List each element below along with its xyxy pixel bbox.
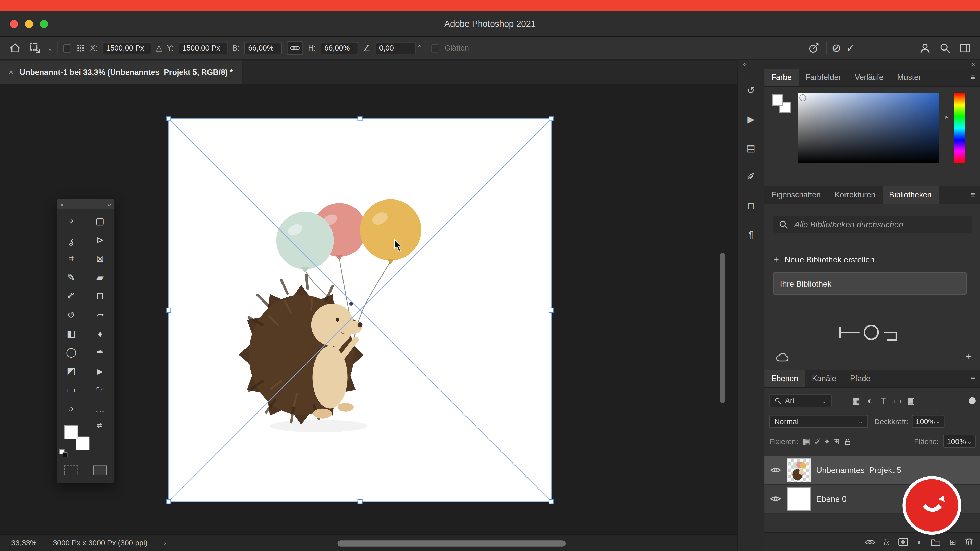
quick-mask-icon[interactable] [64, 465, 78, 475]
layer-thumbnail[interactable] [787, 487, 811, 511]
tab-eigenschaften[interactable]: Eigenschaften [764, 186, 828, 204]
library-search-input[interactable] [793, 219, 966, 230]
saturation-brightness-field[interactable] [798, 93, 939, 163]
hue-slider[interactable] [954, 93, 965, 163]
filter-type-icon[interactable]: T [878, 395, 889, 405]
zoom-tool[interactable]: ⌕ [57, 399, 86, 418]
hand-tool[interactable]: ☞ [86, 380, 115, 399]
brush-settings-icon[interactable]: ✐ [743, 168, 759, 185]
horizontal-scrollbar[interactable] [337, 540, 566, 546]
brush-tool[interactable]: ✐ [57, 287, 86, 305]
transform-tool-icon[interactable] [27, 41, 43, 56]
filter-toggle[interactable] [969, 397, 976, 404]
tool-preset-chevron-icon[interactable]: ⌄ [48, 44, 53, 52]
filter-smart-icon[interactable]: ▣ [906, 395, 917, 405]
tab-verlaeufe[interactable]: Verläufe [848, 68, 890, 86]
library-search-field[interactable] [773, 216, 972, 233]
opacity-select[interactable]: 100% ⌄ [912, 415, 944, 428]
lock-artboard-icon[interactable]: ⊞ [833, 437, 840, 446]
filter-pixel-icon[interactable]: ▦ [851, 395, 862, 405]
clone-source-icon[interactable]: ⊓ [743, 197, 759, 214]
paint-bucket-tool[interactable]: ◩ [57, 362, 86, 380]
blur-tool[interactable]: ♦ [86, 324, 115, 343]
panel-menu-icon[interactable]: ≡ [965, 68, 980, 86]
tool-panel-collapse-icon[interactable]: « [108, 201, 111, 208]
screen-mode-icon[interactable] [93, 465, 107, 475]
tab-farbfelder[interactable]: Farbfelder [799, 68, 848, 86]
move-tool[interactable]: ⌖ [57, 212, 86, 230]
swap-colors-icon[interactable]: ⇄ [97, 422, 102, 429]
expand-panels-icon[interactable]: » [972, 60, 976, 68]
collapse-panels-icon[interactable]: « [743, 60, 747, 68]
color-field-marker[interactable] [799, 94, 806, 101]
layer-thumbnail[interactable] [787, 458, 811, 482]
create-library-button[interactable]: + Neue Bibliothek erstellen [773, 254, 874, 265]
link-layers-icon[interactable] [865, 538, 875, 546]
eye-icon[interactable] [770, 495, 781, 503]
tab-close-icon[interactable]: × [9, 67, 14, 77]
y-input[interactable] [179, 42, 228, 54]
lasso-tool[interactable]: ʓ [57, 230, 86, 249]
new-group-icon[interactable] [931, 538, 941, 546]
tab-pfade[interactable]: Pfade [843, 370, 877, 387]
commit-transform-icon[interactable]: ✓ [846, 43, 855, 54]
fill-select[interactable]: 100% ⌄ [943, 435, 976, 448]
actions-icon[interactable]: ▶ [743, 111, 759, 127]
tab-muster[interactable]: Muster [891, 68, 928, 86]
layer-effects-icon[interactable]: fx [884, 537, 890, 546]
pen-tool[interactable]: ✒ [86, 343, 115, 362]
tab-ebenen[interactable]: Ebenen [764, 370, 805, 387]
panel-menu-icon[interactable]: ≡ [965, 370, 980, 387]
path-select-tool[interactable]: ► [86, 362, 115, 380]
layer-name[interactable]: Ebene 0 [816, 494, 846, 503]
eye-icon[interactable] [770, 466, 781, 474]
history-brush-tool[interactable]: ↺ [57, 306, 86, 324]
layer-row[interactable]: Unbenanntes_Projekt 5 [764, 456, 980, 485]
reference-point-grid-icon[interactable] [76, 44, 85, 52]
frame-tool[interactable]: ⊠ [86, 249, 115, 268]
lock-all-icon[interactable] [844, 437, 851, 446]
home-icon[interactable] [7, 41, 22, 56]
delete-layer-icon[interactable] [965, 537, 973, 546]
add-to-library-icon[interactable]: + [966, 351, 972, 364]
angle-input[interactable] [375, 42, 415, 54]
smooth-checkbox[interactable] [431, 44, 440, 52]
workspace-switcher-icon[interactable] [958, 41, 973, 56]
vertical-scrollbar[interactable] [720, 253, 725, 403]
link-dimensions-icon[interactable] [287, 41, 303, 55]
dodge-tool[interactable]: ◯ [57, 343, 86, 362]
healing-tool[interactable]: ▰ [86, 268, 115, 287]
eyedropper-tool[interactable]: ✎ [57, 268, 86, 287]
delta-icon[interactable]: △ [156, 44, 162, 52]
add-mask-icon[interactable] [898, 538, 908, 546]
tab-farbe[interactable]: Farbe [764, 68, 799, 86]
lock-transparency-icon[interactable]: ▦ [803, 437, 810, 446]
layer-name[interactable]: Unbenanntes_Projekt 5 [816, 465, 901, 475]
tab-bibliotheken[interactable]: Bibliotheken [882, 186, 939, 204]
tool-panel-close-icon[interactable]: × [60, 201, 64, 208]
paragraph-icon[interactable]: ¶ [743, 226, 759, 243]
pen-pressure-icon[interactable] [806, 41, 821, 56]
tool-panel-header[interactable]: × « [57, 199, 115, 209]
tab-korrekturen[interactable]: Korrekturen [828, 186, 882, 204]
adjustment-layer-icon[interactable]: ◐ [917, 537, 922, 547]
library-name-input[interactable] [773, 272, 967, 295]
gradient-tool[interactable]: ◧ [57, 324, 86, 343]
styles-icon[interactable]: ▤ [743, 140, 759, 156]
search-icon[interactable] [937, 41, 953, 56]
object-selection-tool[interactable]: ⊳ [86, 230, 115, 249]
tab-kanaele[interactable]: Kanäle [805, 370, 843, 387]
default-colors-icon[interactable] [62, 452, 68, 457]
blend-mode-select[interactable]: Normal ⌄ [770, 415, 868, 428]
cancel-transform-icon[interactable]: ⊘ [832, 43, 841, 54]
clone-stamp-tool[interactable]: ⊓ [86, 287, 115, 305]
lock-paint-icon[interactable]: ✐ [814, 437, 821, 446]
width-input[interactable] [245, 42, 282, 54]
crop-tool[interactable]: ⌗ [57, 249, 86, 268]
new-layer-icon[interactable]: ⊞ [950, 537, 956, 547]
reference-point-checkbox[interactable] [63, 44, 72, 52]
filter-shape-icon[interactable]: ▭ [892, 395, 903, 405]
history-icon[interactable]: ↺ [743, 83, 759, 99]
height-input[interactable] [321, 42, 358, 54]
status-chevron-icon[interactable]: › [164, 538, 166, 547]
